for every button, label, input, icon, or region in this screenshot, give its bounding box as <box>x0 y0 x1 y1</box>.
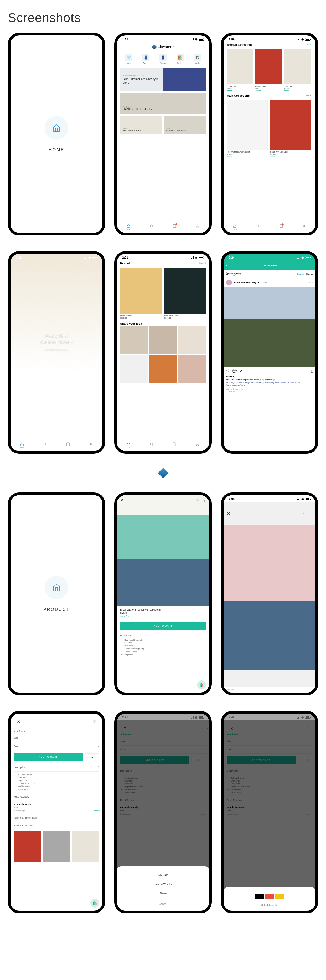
section-title: Recent <box>120 261 130 265</box>
signup-link[interactable]: Sign up <box>306 273 313 275</box>
close-icon[interactable]: ✕ <box>120 498 123 503</box>
user-avatar[interactable] <box>226 280 232 285</box>
chevron-down-icon[interactable]: ⌄ <box>311 689 312 691</box>
nav-shop[interactable]: Shop <box>20 442 24 449</box>
color-swatch-red[interactable] <box>265 894 274 899</box>
more-icon[interactable]: ⋮ <box>202 498 206 503</box>
product-card[interactable]: Stripe Sweater$160.00 <box>120 268 161 319</box>
heart-icon[interactable]: ♡ <box>303 511 306 516</box>
status-bar: 2:38 ◉ <box>224 495 315 502</box>
sheet-cancel[interactable]: Cancel <box>117 899 209 908</box>
size-selector[interactable]: Size⌄ <box>14 734 99 742</box>
look-image[interactable] <box>149 355 177 383</box>
more-icon[interactable]: ⋮ <box>308 511 312 516</box>
category-posters[interactable]: 🖼️Posters <box>177 54 184 64</box>
cart-fab[interactable]: 🛍️ <box>197 681 206 689</box>
category-men[interactable]: 👕Men <box>125 54 133 64</box>
nav-search[interactable] <box>149 442 154 449</box>
nav-cart[interactable] <box>279 224 283 230</box>
product-card[interactable]: Linen Blaze$40.00★★★★★ <box>284 49 310 91</box>
modal-backdrop[interactable] <box>224 714 315 911</box>
heart-icon[interactable]: ♡ <box>93 719 96 724</box>
look-image[interactable] <box>178 326 206 354</box>
product-card[interactable]: Ultimate Biker$46.00★★★★★ <box>255 49 282 91</box>
username[interactable]: bouchradaupaincheng <box>233 281 256 283</box>
nav-cart[interactable] <box>66 442 70 449</box>
look-image[interactable] <box>149 326 177 354</box>
see-all-link[interactable]: See All <box>306 94 312 97</box>
color-swatch-yellow[interactable] <box>275 894 284 899</box>
nav-profile[interactable] <box>195 442 200 449</box>
nav-profile[interactable] <box>195 224 200 230</box>
product-price: $50.00 <box>120 612 206 614</box>
qty-plus[interactable]: + <box>95 755 96 758</box>
follow-link[interactable]: Follow <box>260 281 267 283</box>
like-count[interactable]: 28 likes <box>224 375 315 377</box>
category-music[interactable]: 🎵Music <box>193 54 201 64</box>
nav-search[interactable] <box>149 224 154 230</box>
bookmark-icon[interactable]: ⎘ <box>311 369 313 373</box>
product-card[interactable]: Sleeveless Dress$140.00 <box>165 268 206 319</box>
post-image[interactable] <box>224 287 315 367</box>
pagination-dots <box>54 434 60 435</box>
look-image[interactable] <box>178 355 206 383</box>
product-thumbnail[interactable] <box>43 831 70 862</box>
look-image[interactable] <box>120 326 148 354</box>
qty-minus[interactable]: − <box>88 755 89 758</box>
nav-profile[interactable] <box>302 224 306 230</box>
product-card[interactable]: Printed Parel$40.00★★★★★ <box>227 49 253 91</box>
see-all-link[interactable]: See All <box>200 262 206 264</box>
fit-label: Regular fit <box>227 689 235 691</box>
nav-shop[interactable]: Shop <box>233 224 237 230</box>
nav-search[interactable] <box>43 442 47 449</box>
close-icon[interactable]: ✕ <box>17 719 20 724</box>
promo-image <box>163 68 206 91</box>
svg-point-7 <box>197 443 198 444</box>
chevron-up-icon[interactable]: ⌃ <box>97 795 99 798</box>
nav-cart[interactable] <box>172 224 177 230</box>
back-icon[interactable]: ‹ <box>226 263 227 268</box>
view-comments-link[interactable]: View all 9 comments <box>224 388 315 390</box>
heart-icon[interactable]: ♡ <box>196 498 200 503</box>
product-thumbnail[interactable] <box>72 831 99 862</box>
chevron-down-icon[interactable]: ⌄ <box>97 816 99 819</box>
product-card[interactable]: T-Shirt with Mountain Jacket$29.00★★★★★ <box>227 100 268 157</box>
comment-icon[interactable]: 💬 <box>232 369 237 373</box>
promo-banner-2[interactable]: For Gen HANG OUT & PARTY <box>120 93 206 114</box>
quantity-stepper[interactable]: −1+ <box>85 753 99 760</box>
nav-shop[interactable]: Shop <box>126 442 131 449</box>
look-image[interactable] <box>120 355 148 383</box>
like-icon[interactable]: ♡ <box>226 369 230 373</box>
product-thumbnail[interactable] <box>14 831 41 862</box>
nav-cart[interactable] <box>172 442 177 449</box>
promo-card-dress[interactable]: Dress ELEGANT DESIGN <box>164 116 206 134</box>
status-bar: 2:24 ◉ <box>224 254 315 261</box>
login-link[interactable]: Log In <box>297 273 304 275</box>
color-swatch-black[interactable] <box>255 894 264 899</box>
sheet-mycart[interactable]: My Cart <box>117 870 209 880</box>
more-icon[interactable]: ⋮ <box>99 719 102 724</box>
nav-profile[interactable] <box>89 442 93 449</box>
nav-search[interactable] <box>256 224 260 230</box>
chevron-up-icon[interactable]: ⌃ <box>97 766 99 769</box>
add-to-cart-button[interactable]: ADD TO CART <box>120 622 206 630</box>
category-clothing[interactable]: 👖Clothing <box>159 54 166 64</box>
promo-card-tshirts[interactable]: T-Shirts THE OFFICE LIFE <box>120 116 162 134</box>
product-image-full[interactable]: ✕ ♡ ⋮ Regular fit⌄ <box>224 502 315 692</box>
share-icon[interactable]: ↗ <box>239 369 243 373</box>
see-all-link[interactable]: See All <box>306 44 312 46</box>
sheet-share[interactable]: Share <box>117 889 209 898</box>
color-selector[interactable]: Color⌄ <box>14 742 99 750</box>
product-image[interactable] <box>117 495 209 606</box>
add-to-cart-button[interactable]: ADD TO CART <box>14 753 83 761</box>
promo-banner-1[interactable]: SUMMER COLLECTION 2019 Blue Summer are a… <box>120 68 206 91</box>
explore-button[interactable]: EXPLORE COLLECTIONS <box>42 348 71 352</box>
close-icon[interactable]: ✕ <box>227 511 230 516</box>
product-card[interactable]: T-Shirt with Next Step$26.00★★★★★ <box>270 100 311 157</box>
sheet-wishlist[interactable]: Save to Wishlist <box>117 880 209 889</box>
more-icon[interactable]: ⋯ <box>308 280 313 285</box>
chevron-up-icon[interactable]: ⌃ <box>204 634 206 637</box>
category-women[interactable]: 👗Women <box>142 54 149 64</box>
nav-shop[interactable]: Shop <box>126 224 131 230</box>
hashtags[interactable]: #korean_clothes #koreanstyle #koreanmake… <box>226 382 302 386</box>
